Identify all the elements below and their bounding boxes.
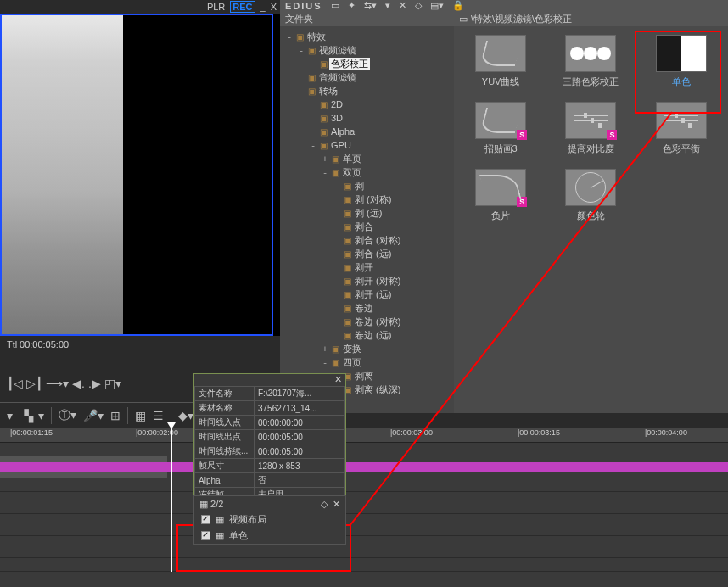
effect-thumb: S: [565, 102, 616, 139]
effect-item[interactable]: S负片: [462, 169, 539, 222]
view-icon[interactable]: ▤▾: [430, 0, 444, 11]
tree-item[interactable]: ▣剥合 (对称): [280, 233, 454, 247]
track-2[interactable]: [0, 492, 728, 514]
timecode[interactable]: 00:00:05:00: [20, 339, 69, 349]
tree-item[interactable]: -▣视频滤镜: [280, 43, 454, 57]
list-icon[interactable]: ☰: [153, 409, 164, 422]
tree-toggle-icon[interactable]: -: [309, 140, 317, 150]
tree-item[interactable]: ▣Alpha: [280, 125, 454, 138]
tree-toggle-icon[interactable]: +: [321, 344, 329, 354]
tool-icon[interactable]: ◰▾: [104, 377, 121, 390]
tree-body[interactable]: -▣特效-▣视频滤镜▣色彩校正▣音频滤镜-▣转场▣2D▣3D▣Alpha-▣GP…: [280, 26, 454, 413]
tree-toggle-icon[interactable]: -: [321, 357, 329, 367]
info-row: 时间线持续...00:00:05:00: [195, 444, 345, 459]
lock-icon[interactable]: 🔒: [452, 0, 464, 11]
tree-item[interactable]: ▣剥合 (远): [280, 247, 454, 260]
effect-label: YUV曲线: [482, 75, 520, 88]
effect-item[interactable]: S提高对比度: [552, 102, 629, 155]
close-icon[interactable]: ✕: [334, 374, 342, 386]
track-video[interactable]: [0, 456, 728, 478]
tool-icon[interactable]: ▾: [385, 0, 390, 11]
minimize-button[interactable]: _: [260, 2, 266, 12]
props-icon[interactable]: ◇: [415, 0, 422, 11]
tree-label: 双页: [341, 166, 361, 179]
track-audio[interactable]: [0, 478, 728, 492]
applied-effect-row[interactable]: ▦视频布局: [194, 512, 345, 528]
track-4[interactable]: [0, 536, 728, 558]
tree-item[interactable]: -▣转场: [280, 84, 454, 98]
timeline[interactable]: |00:00:01:15|00:00:02:00|00:00:02:15|00:…: [0, 428, 728, 572]
delete-icon[interactable]: ✕: [399, 0, 406, 11]
normal-mode-icon[interactable]: ▾: [7, 409, 13, 422]
preview-panel: PLR REC _ X Ttl 00:00:05:00: [0, 0, 280, 365]
applied-effect-row[interactable]: ▦单色: [194, 528, 345, 544]
props-icon[interactable]: ◇: [321, 499, 328, 509]
tree-item[interactable]: ▣剥合: [280, 220, 454, 233]
track-marker[interactable]: [0, 443, 728, 456]
next-icon[interactable]: .▶: [88, 377, 101, 390]
tree-item[interactable]: ▣2D: [280, 98, 454, 111]
effect-item[interactable]: 三路色彩校正: [552, 35, 629, 88]
up-icon[interactable]: ✦: [348, 0, 356, 11]
effect-item[interactable]: S招贴画3: [462, 102, 539, 155]
trim-icon[interactable]: ▝▖▾: [20, 409, 44, 422]
link-icon[interactable]: ⇆▾: [364, 0, 377, 11]
frame-icon[interactable]: ▦: [135, 409, 146, 422]
folder-icon: ▣: [305, 87, 317, 96]
tree-item[interactable]: ▣3D: [280, 111, 454, 125]
tree-item[interactable]: -▣特效: [280, 30, 454, 43]
breadcrumb[interactable]: \特效\视频滤镜\色彩校正: [471, 13, 572, 25]
tree-label: 剥合: [353, 221, 373, 233]
folder-icon[interactable]: ▭: [331, 0, 339, 11]
playhead[interactable]: [171, 428, 172, 572]
tree-item[interactable]: -▣双页: [280, 165, 454, 179]
tree-toggle-icon[interactable]: -: [297, 45, 305, 55]
tree-item[interactable]: ▣音频滤镜: [280, 70, 454, 84]
folder-icon: ▣: [341, 182, 353, 191]
insert-icon[interactable]: ⊞: [110, 409, 120, 422]
tree-item[interactable]: ▣色彩校正: [280, 57, 454, 70]
mark-out-icon[interactable]: ▷┃: [26, 377, 42, 390]
video-clip[interactable]: [0, 462, 728, 472]
tree-item[interactable]: -▣GPU: [280, 138, 454, 152]
track-3[interactable]: [0, 514, 728, 536]
tree-toggle-icon[interactable]: +: [321, 154, 329, 164]
marker-icon[interactable]: ◆▾: [178, 409, 193, 422]
tree-item[interactable]: +▣单页: [280, 152, 454, 165]
tree-item[interactable]: ▣卷边 (对称): [280, 315, 454, 328]
track-5[interactable]: [0, 558, 728, 572]
tree-item[interactable]: +▣变换: [280, 342, 454, 355]
tree-item[interactable]: ▣剥 (对称): [280, 193, 454, 206]
mark-in-icon[interactable]: ┃◁: [7, 377, 23, 390]
effect-label: 招贴画3: [484, 143, 518, 155]
close-button[interactable]: X: [271, 2, 277, 12]
cut-icon[interactable]: ⟶▾: [46, 377, 69, 390]
tree-item[interactable]: -▣四页: [280, 355, 454, 369]
preview-viewport[interactable]: [0, 14, 280, 336]
tree-item[interactable]: ▣剥: [280, 179, 454, 193]
info-row: 时间线出点00:00:05:00: [195, 430, 345, 444]
edius-brand: EDIUS: [285, 1, 322, 11]
mic-icon[interactable]: 🎤▾: [83, 409, 104, 422]
tree-item[interactable]: ▣剥 (远): [280, 206, 454, 220]
tree-item[interactable]: ▣剥开: [280, 260, 454, 274]
timeline-ruler[interactable]: |00:00:01:15|00:00:02:00|00:00:02:15|00:…: [0, 428, 728, 443]
tree-toggle-icon[interactable]: -: [285, 31, 294, 42]
tree-toggle-icon[interactable]: -: [321, 167, 329, 177]
tree-label: 剥: [353, 180, 364, 193]
vol-icon[interactable]: Ⓣ▾: [59, 408, 76, 423]
tree-toggle-icon[interactable]: -: [297, 86, 305, 96]
close-icon[interactable]: ✕: [333, 499, 340, 509]
prev-icon[interactable]: ◀.: [72, 377, 85, 390]
effect-item[interactable]: 颜色轮: [552, 169, 629, 222]
tree-item[interactable]: ▣剥开 (远): [280, 288, 454, 301]
tree-item[interactable]: ▣剥开 (对称): [280, 274, 454, 288]
tree-item[interactable]: ▣卷边: [280, 301, 454, 315]
effect-item[interactable]: YUV曲线: [462, 35, 539, 88]
edius-toolbar: EDIUS ▭ ✦ ⇆▾ ▾ ✕ ◇ ▤▾ 🔒: [280, 0, 728, 11]
ruler-tick: |00:00:03:00: [390, 428, 433, 437]
checkbox[interactable]: [201, 515, 210, 524]
tree-item[interactable]: ▣卷边 (远): [280, 328, 454, 342]
checkbox[interactable]: [201, 531, 210, 540]
badge-icon: S: [517, 130, 527, 140]
